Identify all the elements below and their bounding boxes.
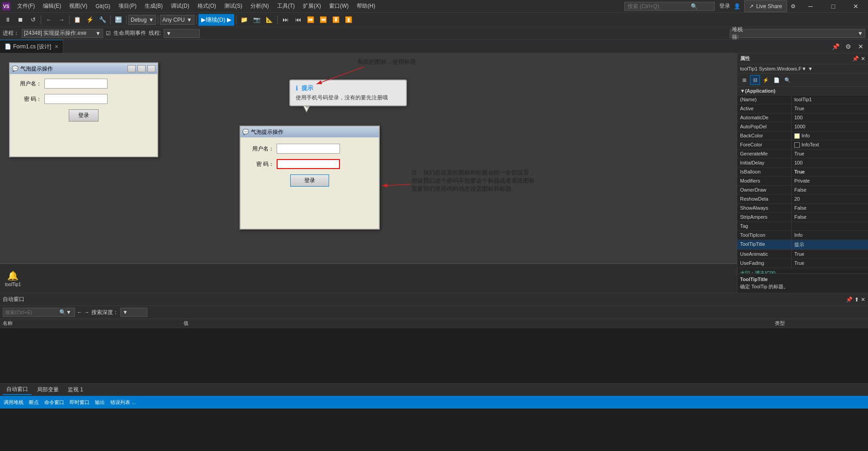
menu-git[interactable]: Git(G) — [92, 0, 114, 12]
status-output[interactable]: 输出 — [95, 399, 105, 406]
pin-button[interactable]: 📌 — [830, 41, 841, 52]
toolbar-extra-4[interactable]: ⏭ — [279, 14, 291, 26]
thread-dropdown[interactable]: ▼ — [164, 29, 200, 38]
prop-search-btn[interactable]: 🔍 — [783, 75, 793, 85]
toolbar-extra-7[interactable]: ⏪ — [317, 14, 329, 26]
stack-search-input[interactable] — [749, 30, 858, 37]
bottom-search-input[interactable] — [5, 310, 59, 315]
menu-edit[interactable]: 编辑(E) — [39, 0, 65, 12]
prop-row-reshowdelay[interactable]: ReshowDela 20 — [737, 195, 868, 204]
toolbar-extra-1[interactable]: 📁 — [238, 14, 250, 26]
bottom-expand-icon[interactable]: ⬆ — [854, 296, 859, 303]
status-error-list[interactable]: 错误列表 ... — [110, 399, 136, 406]
prop-prop-pages-btn[interactable]: 📄 — [772, 75, 782, 85]
menu-project[interactable]: 项目(P) — [115, 0, 140, 12]
continue-button[interactable]: ▶ 继续(D) ▶ — [198, 14, 235, 26]
prop-events-btn[interactable]: ⚡ — [761, 75, 771, 85]
prop-row-showalways[interactable]: ShowAlways False — [737, 204, 868, 213]
tab-auto-window[interactable]: 自动窗口 — [3, 385, 32, 395]
toolbar-extra-6[interactable]: ⏩ — [305, 14, 316, 26]
prop-row-active[interactable]: Active True — [737, 104, 868, 113]
global-search[interactable]: 🔍 — [624, 2, 715, 11]
form-minimize-left[interactable]: ─ — [127, 65, 136, 72]
username-input-main[interactable] — [277, 144, 340, 154]
prop-row-isballoon[interactable]: IsBalloon True — [737, 168, 868, 177]
debug-mode-dropdown[interactable]: Debug ▼ — [128, 15, 156, 25]
prop-row-name[interactable]: (Name) toolTip1 — [737, 95, 868, 104]
cpu-dropdown[interactable]: Any CPU ▼ — [160, 15, 194, 25]
back-button[interactable]: ← — [43, 14, 55, 26]
prop-row-initialdelay[interactable]: InitialDelay 100 — [737, 159, 868, 168]
form-close-left[interactable]: ✕ — [147, 65, 156, 72]
toolbar-extra-3[interactable]: 📐 — [264, 14, 275, 26]
username-input-left[interactable] — [44, 79, 108, 89]
pin-icon[interactable]: 📌 — [852, 56, 859, 62]
tab-locals[interactable]: 局部变量 — [33, 385, 62, 395]
sign-in-button[interactable]: 登录 — [719, 2, 730, 10]
minimize-button[interactable]: ─ — [800, 0, 821, 13]
prop-row-automaticdelay[interactable]: AutomaticDe 100 — [737, 113, 868, 122]
bottom-pin-icon[interactable]: 📌 — [846, 296, 853, 303]
menu-analyze[interactable]: 分析(N) — [247, 0, 273, 12]
prop-row-tooltiptitle[interactable]: ToolTipTitle 提示 — [737, 240, 868, 250]
login-button-left[interactable]: 登录 — [69, 109, 99, 122]
status-call-stack[interactable]: 调用堆栈 — [4, 399, 24, 406]
tooltip1-tray-item[interactable]: 🔔 toolTip1 — [3, 268, 23, 289]
close-button[interactable]: ✕ — [845, 0, 866, 13]
tab-close-button[interactable]: × — [55, 43, 58, 50]
toolbar-extra-2[interactable]: 📷 — [251, 14, 263, 26]
bottom-search-box[interactable]: 🔍▼ — [3, 308, 75, 317]
prop-section-application[interactable]: ▼ (Application) — [737, 87, 868, 95]
maximize-button[interactable]: □ — [823, 0, 844, 13]
process-dropdown[interactable]: [24348] 实现提示操作.exe ▼ — [22, 29, 103, 38]
menu-tools[interactable]: 工具(T) — [274, 0, 298, 12]
toolbar-btn-4[interactable]: 🔙 — [113, 14, 124, 26]
prop-row-ownerdraw[interactable]: OwnerDraw False — [737, 186, 868, 195]
password-input-main[interactable] — [277, 159, 340, 169]
menu-debug[interactable]: 调试(D) — [167, 0, 193, 12]
toolbar-btn-3[interactable]: 🔧 — [97, 14, 108, 26]
status-command-window[interactable]: 命令窗口 — [44, 399, 64, 406]
stop-button[interactable]: ⏹ — [14, 14, 26, 26]
close-props-icon[interactable]: ✕ — [861, 56, 865, 62]
menu-test[interactable]: 测试(S) — [221, 0, 246, 12]
menu-view[interactable]: 视图(V) — [66, 0, 91, 12]
settings-icon[interactable]: ⚙ — [791, 3, 796, 9]
prop-row-tag[interactable]: Tag — [737, 222, 868, 231]
toolbar-btn-1[interactable]: 📋 — [71, 14, 83, 26]
prop-alpha-btn[interactable]: ⊟ — [750, 75, 760, 85]
menu-file[interactable]: 文件(F) — [14, 0, 38, 12]
component-dropdown[interactable]: toolTip1 System.Windows.F▼ ▼ — [737, 64, 868, 74]
restart-button[interactable]: ↺ — [27, 14, 39, 26]
forward-button[interactable]: → — [56, 14, 67, 26]
arrow-forward-icon[interactable]: → — [84, 309, 90, 315]
login-button-main[interactable]: 登录 — [290, 174, 329, 187]
prop-row-forecolor[interactable]: ForeColor InfoText — [737, 141, 868, 150]
prop-row-backcolor[interactable]: BackColor Info — [737, 132, 868, 141]
toolbar-extra-5[interactable]: ⏮ — [292, 14, 304, 26]
tab-watch1[interactable]: 监视 1 — [64, 385, 87, 395]
prop-row-autopopdelay[interactable]: AutoPopDel 1000 — [737, 122, 868, 132]
password-input-left[interactable] — [44, 94, 108, 104]
search-input[interactable] — [627, 3, 691, 9]
pause-button[interactable]: ⏸ — [2, 14, 14, 26]
arrow-back-icon[interactable]: ← — [77, 309, 82, 315]
tab-form1[interactable]: 📄 Form1.cs [设计] × — [0, 40, 63, 53]
gear-button[interactable]: ⚙ — [843, 41, 854, 52]
prop-category-btn[interactable]: ⊞ — [739, 75, 749, 85]
live-share-button[interactable]: ↗ Live Share — [744, 0, 787, 12]
status-immediate[interactable]: 即时窗口 — [70, 399, 90, 406]
prop-row-useanimation[interactable]: UseAnimatic True — [737, 250, 868, 259]
toolbar-btn-2[interactable]: ⚡ — [84, 14, 96, 26]
menu-extensions[interactable]: 扩展(X) — [299, 0, 325, 12]
prop-row-stripampers[interactable]: StripAmpers False — [737, 213, 868, 222]
toolbar-extra-9[interactable]: ⏫ — [343, 14, 354, 26]
status-breakpoints[interactable]: 断点 — [29, 399, 39, 406]
menu-build[interactable]: 生成(B) — [141, 0, 166, 12]
prop-row-usefading[interactable]: UseFading True — [737, 259, 868, 268]
depth-dropdown[interactable]: ▼ — [120, 308, 147, 317]
menu-format[interactable]: 格式(O) — [194, 0, 220, 12]
stack-filter-icon[interactable]: ▼ — [858, 30, 863, 37]
prop-row-modifiers[interactable]: Modifiers Private — [737, 177, 868, 186]
toolbar-extra-8[interactable]: ⏬ — [330, 14, 342, 26]
